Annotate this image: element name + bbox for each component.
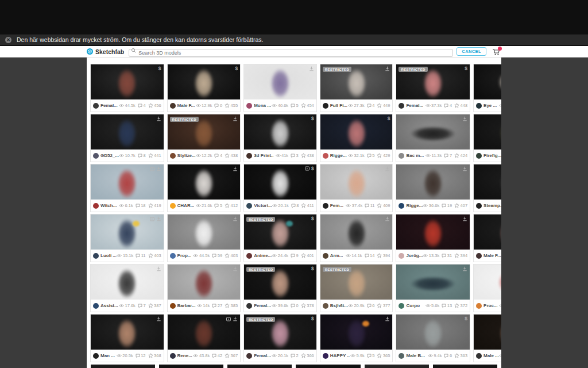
avatar[interactable] <box>93 103 99 109</box>
model-card[interactable]: $ Rigge... 32.1k 5 429 <box>320 114 393 162</box>
model-thumbnail[interactable]: $ <box>474 315 501 350</box>
model-title[interactable]: Male B... <box>406 353 424 358</box>
model-title[interactable]: Full Fi... <box>330 103 347 108</box>
model-card[interactable]: RESTRICTED $ Full Fi... 27.3k <box>320 64 393 112</box>
model-card[interactable]: $ Steamp... 11k 6 404 <box>474 164 501 212</box>
model-title[interactable]: Steamp... <box>483 203 501 208</box>
avatar[interactable] <box>93 253 99 259</box>
model-title[interactable]: Barbar... <box>177 303 196 308</box>
avatar[interactable] <box>246 253 252 259</box>
avatar[interactable] <box>399 353 404 359</box>
avatar[interactable] <box>476 203 482 209</box>
cancel-button[interactable]: CANCEL <box>457 47 486 56</box>
model-thumbnail[interactable]: $ <box>474 114 501 150</box>
model-title[interactable]: Anime... <box>254 253 272 258</box>
model-card[interactable]: $ Male ... 36.5k 12 358 <box>474 315 501 362</box>
model-title[interactable]: Prop... <box>177 253 192 258</box>
avatar[interactable] <box>323 253 328 259</box>
model-title[interactable]: Femal... <box>254 353 271 358</box>
model-thumbnail[interactable]: $ <box>474 164 501 200</box>
model-card[interactable]: RESTRICTED $ Stylize... 12.2k <box>168 114 241 162</box>
avatar[interactable] <box>476 353 482 359</box>
avatar[interactable] <box>170 253 176 259</box>
model-thumbnail[interactable]: $ <box>168 214 241 250</box>
model-card[interactable]: $ Barbar... 14k 27 385 <box>168 264 241 312</box>
model-card[interactable]: $ Male F... 12.9k 0 455 <box>168 64 241 112</box>
model-thumbnail[interactable]: $ <box>91 315 164 350</box>
model-card[interactable]: $ Rene... 43.8k 42 367 <box>168 315 241 362</box>
model-card[interactable]: $ Firefig... 9.5k 13 421 <box>474 114 501 162</box>
avatar[interactable] <box>93 203 99 209</box>
model-title[interactable]: Jorōg... <box>406 253 423 258</box>
model-thumbnail[interactable]: $ <box>168 164 241 200</box>
model-card[interactable]: $ Arm... 14.1k 14 394 <box>320 214 393 262</box>
model-thumbnail[interactable]: RESTRICTED $ <box>320 64 393 99</box>
model-thumbnail[interactable]: $ <box>91 214 164 250</box>
model-title[interactable]: GD52_... <box>100 153 119 158</box>
avatar[interactable] <box>476 303 482 309</box>
model-card[interactable]: $ Male F... 9.7k 3 387 <box>474 214 501 262</box>
model-thumbnail[interactable]: RESTRICTED $ <box>244 315 316 350</box>
model-title[interactable]: Male F... <box>483 253 501 258</box>
avatar[interactable] <box>170 303 176 309</box>
model-thumbnail[interactable]: $ <box>396 264 470 300</box>
model-thumbnail[interactable]: $ <box>91 264 164 300</box>
avatar[interactable] <box>399 153 404 159</box>
model-thumbnail[interactable]: $ <box>474 264 501 300</box>
avatar[interactable] <box>476 153 482 159</box>
model-thumbnail[interactable]: RESTRICTED $ <box>168 114 241 150</box>
avatar[interactable] <box>170 203 176 209</box>
model-card[interactable]: RESTRICTED $ Bsjh6t... 20.9k <box>320 264 393 312</box>
model-thumbnail[interactable]: $ <box>244 64 316 99</box>
model-card[interactable]: $ Assist... 17.6k 7 387 <box>91 264 164 312</box>
model-card[interactable]: $ Luoli ... 15.1k 11 403 <box>91 214 164 262</box>
cart-button[interactable] <box>492 48 501 56</box>
model-title[interactable]: Fem... <box>330 203 343 208</box>
model-title[interactable]: Arm... <box>330 253 343 258</box>
close-icon[interactable]: ✕ <box>5 37 11 43</box>
avatar[interactable] <box>323 203 328 209</box>
model-card[interactable]: $ GD52_... 10.7k 8 441 <box>91 114 164 162</box>
model-title[interactable]: Femal... <box>406 103 423 108</box>
avatar[interactable] <box>323 153 328 159</box>
avatar[interactable] <box>476 103 482 109</box>
model-title[interactable]: Witch... <box>100 203 117 208</box>
model-title[interactable]: Bac m... <box>406 153 424 158</box>
model-thumbnail[interactable]: $ <box>91 64 164 99</box>
model-thumbnail[interactable]: $ <box>320 114 393 150</box>
model-thumbnail[interactable]: $ <box>168 264 241 300</box>
model-thumbnail[interactable]: $ <box>396 315 470 350</box>
model-title[interactable]: Man ... <box>100 353 115 358</box>
model-card[interactable]: $ Proc... 13.4k 13 372 <box>474 264 501 312</box>
avatar[interactable] <box>476 253 482 259</box>
avatar[interactable] <box>399 253 404 259</box>
search-input[interactable] <box>129 49 453 57</box>
model-thumbnail[interactable]: RESTRICTED $ <box>396 64 470 99</box>
model-card[interactable]: $ Prop... 44.5k 59 403 <box>168 214 241 262</box>
model-card[interactable]: $ Fem... 37.4k 11 409 <box>320 164 393 212</box>
model-thumbnail[interactable]: $ <box>244 114 316 150</box>
model-thumbnail[interactable]: $ <box>396 114 470 150</box>
model-thumbnail[interactable]: RESTRICTED $ <box>244 214 316 250</box>
model-title[interactable]: Rigge... <box>406 203 423 208</box>
avatar[interactable] <box>323 353 328 359</box>
model-thumbnail[interactable]: RESTRICTED $ <box>320 264 393 300</box>
model-card[interactable]: $ Male B... 9.4k 6 363 <box>396 315 470 362</box>
model-title[interactable]: HAPPY ... <box>330 353 350 358</box>
avatar[interactable] <box>246 103 252 109</box>
model-card[interactable]: $ Victori... 20.1k 8 411 <box>244 164 316 212</box>
model-title[interactable]: CHAR... <box>177 203 195 208</box>
model-title[interactable]: Proc... <box>483 303 497 308</box>
model-title[interactable]: Victori... <box>254 203 272 208</box>
avatar[interactable] <box>93 303 99 309</box>
avatar[interactable] <box>323 103 328 109</box>
model-card[interactable]: $ HAPPY ... 5.9k 5 365 <box>320 315 393 362</box>
model-thumbnail[interactable]: $ <box>320 214 393 250</box>
model-card[interactable]: $ 3d Print... 41k 3 438 <box>244 114 316 162</box>
model-card[interactable]: $ Mona ... 40.6k 5 454 <box>244 64 316 112</box>
avatar[interactable] <box>246 303 252 309</box>
model-thumbnail[interactable]: $ <box>320 164 393 200</box>
model-title[interactable]: Luoli ... <box>100 253 117 258</box>
avatar[interactable] <box>246 353 252 359</box>
model-card[interactable]: RESTRICTED $ Femal... 20.1k <box>244 315 316 362</box>
